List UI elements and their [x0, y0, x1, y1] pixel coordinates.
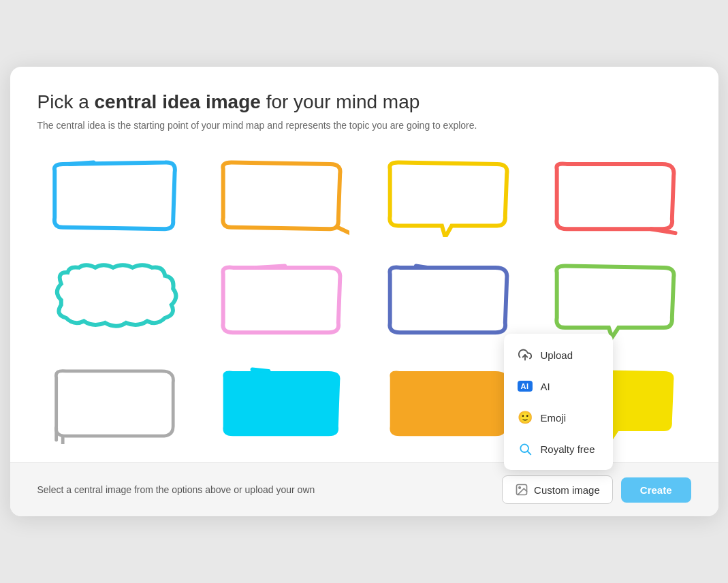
dropdown-item-royalty-free[interactable]: Royalty free: [504, 433, 613, 464]
emoji-label: Emoji: [541, 412, 567, 424]
dialog-header: Pick a central idea image for your mind …: [10, 67, 718, 144]
custom-image-label: Custom image: [534, 484, 600, 496]
subtitle-text: The central idea is the starting point o…: [37, 120, 691, 131]
shape-pink-rect[interactable]: [204, 255, 358, 345]
dropdown-item-upload[interactable]: Upload: [504, 339, 613, 371]
footer-hint-text: Select a central image from the options …: [37, 484, 315, 495]
shape-gray-rect[interactable]: [37, 359, 191, 449]
svg-line-6: [527, 452, 531, 455]
search-icon: [518, 441, 533, 456]
page-title: Pick a central idea image for your mind …: [37, 91, 691, 113]
create-button[interactable]: Create: [621, 477, 691, 503]
shape-cyan-solid[interactable]: [204, 359, 358, 449]
emoji-icon: 🙂: [518, 410, 533, 425]
custom-image-button[interactable]: Custom image: [502, 475, 613, 504]
dropdown-item-emoji[interactable]: 🙂 Emoji: [504, 402, 613, 433]
shape-blue-rect2[interactable]: [371, 255, 524, 345]
ai-icon: AI: [518, 379, 533, 394]
shape-orange-solid[interactable]: [371, 359, 524, 449]
royalty-free-label: Royalty free: [541, 443, 595, 455]
shape-blue-rect[interactable]: [37, 151, 191, 241]
svg-point-3: [519, 487, 521, 489]
footer-buttons: Custom image Create: [502, 475, 691, 504]
shape-yellow-bubble[interactable]: [371, 151, 524, 241]
upload-label: Upload: [541, 349, 573, 361]
dialog-footer: Select a central image from the options …: [10, 462, 718, 516]
dialog: Pick a central idea image for your mind …: [10, 67, 718, 516]
dropdown-item-ai[interactable]: AI AI: [504, 371, 613, 402]
shape-green-bubble[interactable]: [538, 255, 691, 345]
upload-icon: [518, 347, 533, 362]
shape-red-rect[interactable]: [538, 151, 691, 241]
shape-teal-cloud[interactable]: [37, 255, 191, 345]
ai-label: AI: [541, 381, 550, 392]
upload-image-icon: [515, 483, 528, 497]
custom-image-dropdown: Upload AI AI 🙂 Emoji Royalty fr: [504, 334, 613, 470]
shape-orange-rect[interactable]: [204, 151, 358, 241]
